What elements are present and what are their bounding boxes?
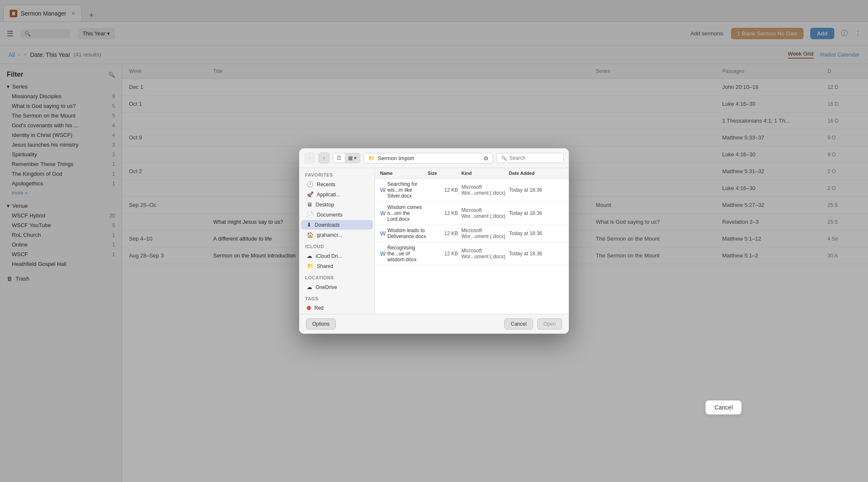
file-kind: Microsoft Wor...ument (.docx) bbox=[461, 248, 509, 260]
search-icon: 🔍 bbox=[501, 155, 507, 161]
dialog-search[interactable]: 🔍 bbox=[496, 153, 564, 163]
nav-forward-button[interactable]: › bbox=[319, 153, 330, 163]
file-date: Today at 18:36 bbox=[509, 187, 564, 193]
downloads-label: Downloads bbox=[315, 222, 340, 228]
docx-icon: W bbox=[380, 187, 386, 193]
file-name: WSearching for wis...m like Silver.docx bbox=[380, 181, 428, 199]
applications-label: Applicati... bbox=[317, 192, 340, 198]
options-button[interactable]: Options bbox=[306, 319, 336, 329]
icloud-drive-label: iCloud Dri... bbox=[316, 253, 342, 259]
applications-icon: 🚀 bbox=[307, 191, 313, 198]
tags-section: Tags Red Orange Yell... bbox=[299, 295, 375, 314]
tags-label: Tags bbox=[299, 295, 375, 303]
file-date: Today at 18:36 bbox=[509, 230, 564, 236]
list-view-button[interactable]: ☰ bbox=[333, 153, 345, 163]
app-window: 📋 Sermon Manager ✕ + ☰ 🔍 This Year ▾ Add… bbox=[0, 0, 868, 482]
sidebar-recents[interactable]: 🕐 Recents bbox=[301, 179, 373, 189]
tag-red[interactable]: Red bbox=[301, 303, 373, 313]
footer-right-buttons: Cancel Open bbox=[504, 319, 562, 329]
file-list-area: Name Size Kind Date Added WSearching for… bbox=[375, 168, 569, 314]
file-kind: Microsoft Wor...ument (.docx) bbox=[461, 207, 509, 219]
sidebar-icloud-drive[interactable]: ☁ iCloud Dri... bbox=[301, 251, 373, 261]
sidebar-applications[interactable]: 🚀 Applicati... bbox=[301, 190, 373, 199]
desktop-icon: 🖥 bbox=[307, 201, 312, 208]
docx-icon: W bbox=[380, 230, 386, 237]
home-icon: 🏠 bbox=[307, 232, 313, 238]
col-kind: Kind bbox=[461, 171, 509, 176]
documents-label: Documents bbox=[317, 212, 343, 218]
file-row[interactable]: WSearching for wis...m like Silver.docx … bbox=[375, 179, 569, 202]
onedrive-label: OneDrive bbox=[316, 284, 337, 290]
file-row[interactable]: WRecognising the...ue of wisdom.docx 12 … bbox=[375, 242, 569, 265]
shared-icon: 📁 bbox=[307, 263, 313, 269]
shared-label: Shared bbox=[317, 263, 333, 269]
documents-icon: 📄 bbox=[307, 212, 313, 218]
col-size: Size bbox=[428, 171, 461, 176]
file-date: Today at 18:36 bbox=[509, 251, 564, 257]
file-kind: Microsoft Wor...ument (.docx) bbox=[461, 184, 509, 196]
file-size: 12 KB bbox=[428, 187, 461, 193]
folder-dropdown-icon: ⊙ bbox=[484, 155, 488, 161]
sidebar-desktop[interactable]: 🖥 Desktop bbox=[301, 200, 373, 209]
favorites-label: Favorites bbox=[299, 171, 375, 179]
folder-icon: 📁 bbox=[368, 155, 375, 161]
file-name: WRecognising the...ue of wisdom.docx bbox=[380, 245, 428, 262]
dialog-open-button[interactable]: Open bbox=[537, 319, 562, 329]
file-dialog-body: Favorites 🕐 Recents 🚀 Applicati... 🖥 Des… bbox=[299, 168, 569, 314]
downloads-icon: ⬇ bbox=[307, 222, 311, 228]
sidebar-downloads[interactable]: ⬇ Downloads bbox=[301, 220, 373, 230]
desktop-label: Desktop bbox=[316, 202, 334, 208]
home-label: grahamcr... bbox=[317, 232, 342, 238]
onedrive-icon: ☁ bbox=[307, 284, 312, 290]
file-name: WWisdom leads to Deliverance.docx bbox=[380, 228, 428, 239]
col-date-added: Date Added bbox=[509, 171, 564, 176]
file-dialog-toolbar: ‹ › ☰ ▦ ▾ 📁 Sermon Import ⊙ 🔍 bbox=[299, 148, 569, 168]
file-size: 12 KB bbox=[428, 210, 461, 216]
file-picker-dialog: ‹ › ☰ ▦ ▾ 📁 Sermon Import ⊙ 🔍 bbox=[299, 148, 569, 334]
import-cancel-button[interactable]: Cancel bbox=[705, 400, 742, 415]
recents-label: Recents bbox=[317, 182, 335, 187]
sidebar-onedrive[interactable]: ☁ OneDrive bbox=[301, 282, 373, 292]
recents-icon: 🕐 bbox=[307, 181, 313, 187]
red-tag-label: Red bbox=[314, 305, 324, 311]
sidebar-documents[interactable]: 📄 Documents bbox=[301, 210, 373, 220]
overlay: Cancel ‹ › ☰ ▦ ▾ 📁 Sermon Import ⊙ bbox=[0, 0, 868, 482]
dialog-cancel-button[interactable]: Cancel bbox=[504, 319, 533, 329]
sidebar-shared[interactable]: 📁 Shared bbox=[301, 261, 373, 271]
search-input[interactable] bbox=[509, 155, 560, 161]
red-tag-dot bbox=[307, 306, 311, 310]
file-row[interactable]: WWisdom comes o...om the Lord.docx 12 KB… bbox=[375, 202, 569, 225]
file-sidebar: Favorites 🕐 Recents 🚀 Applicati... 🖥 Des… bbox=[299, 168, 375, 314]
favorites-section: Favorites 🕐 Recents 🚀 Applicati... 🖥 Des… bbox=[299, 171, 375, 240]
file-size: 12 KB bbox=[428, 230, 461, 236]
grid-view-button[interactable]: ▦ ▾ bbox=[345, 153, 360, 163]
folder-name: 📁 Sermon Import bbox=[368, 155, 414, 161]
file-date: Today at 18:36 bbox=[509, 210, 564, 216]
folder-display[interactable]: 📁 Sermon Import ⊙ bbox=[364, 153, 493, 163]
icloud-drive-icon: ☁ bbox=[307, 253, 312, 259]
icloud-label: iCloud bbox=[299, 243, 375, 251]
docx-icon: W bbox=[380, 250, 386, 257]
locations-section: Locations ☁ OneDrive bbox=[299, 274, 375, 292]
docx-icon: W bbox=[380, 210, 386, 217]
file-row[interactable]: WWisdom leads to Deliverance.docx 12 KB … bbox=[375, 225, 569, 242]
icloud-section: iCloud ☁ iCloud Dri... 📁 Shared bbox=[299, 243, 375, 271]
file-name: WWisdom comes o...om the Lord.docx bbox=[380, 204, 428, 222]
file-list-header: Name Size Kind Date Added bbox=[375, 168, 569, 179]
col-name: Name bbox=[380, 171, 428, 176]
sidebar-home[interactable]: 🏠 grahamcr... bbox=[301, 230, 373, 240]
nav-back-button[interactable]: ‹ bbox=[304, 153, 315, 163]
file-kind: Microsoft Wor...ument (.docx) bbox=[461, 228, 509, 239]
folder-label: Sermon Import bbox=[378, 155, 414, 161]
file-dialog-footer: Options Cancel Open bbox=[299, 314, 569, 334]
view-toggle: ☰ ▦ ▾ bbox=[333, 153, 360, 163]
file-size: 12 KB bbox=[428, 251, 461, 257]
locations-label: Locations bbox=[299, 274, 375, 282]
